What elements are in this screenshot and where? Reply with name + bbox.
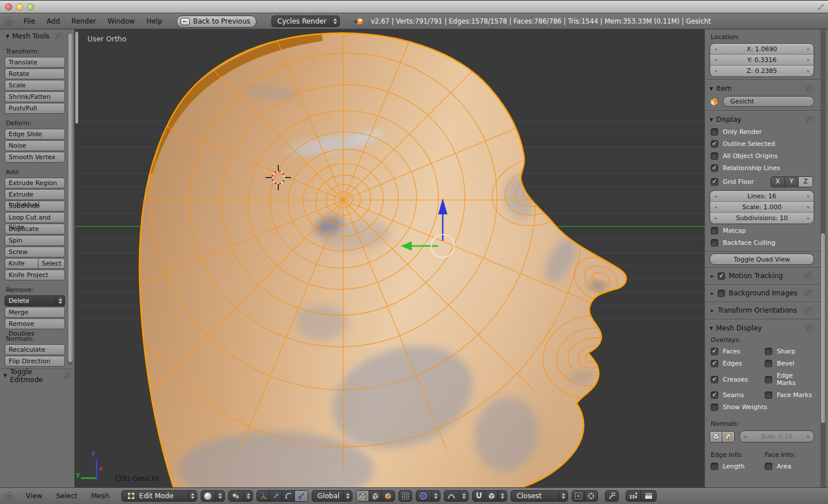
creases-checkbox[interactable]: ✓ Creases <box>708 370 761 389</box>
menu-help[interactable]: Help <box>141 17 167 25</box>
grid-scale-field[interactable]: Scale: 1.000 <box>710 202 814 213</box>
panel-grip-icon[interactable] <box>804 272 813 280</box>
zoom-icon[interactable] <box>27 3 34 10</box>
backface-culling-checkbox[interactable]: Backface Culling <box>708 237 815 249</box>
relationship-lines-checkbox[interactable]: ✓ Relationship Lines <box>708 162 815 174</box>
face-select-icon[interactable] <box>382 490 394 502</box>
area-checkbox[interactable]: Area <box>762 460 815 472</box>
matcap-checkbox[interactable]: Matcap <box>708 225 815 237</box>
edge-select-icon[interactable] <box>369 490 382 502</box>
panel-grip-icon[interactable] <box>64 372 71 379</box>
back-to-previous-button[interactable]: ← Back to Previous <box>177 16 257 28</box>
menu-render[interactable]: Render <box>66 17 101 25</box>
stepper-icon[interactable] <box>244 491 252 501</box>
rotate-manipulator-icon[interactable] <box>282 490 295 502</box>
all-object-origins-checkbox[interactable]: All Object Origins <box>708 150 815 162</box>
tool-shelf-scrollbar[interactable] <box>68 33 72 365</box>
panel-grip-icon[interactable] <box>804 307 813 314</box>
viewport-shading-select[interactable] <box>201 490 225 502</box>
face-marks-checkbox[interactable]: Face Marks <box>762 389 815 401</box>
grid-axis-y-toggle[interactable]: Y <box>785 177 799 187</box>
stepper-icon[interactable] <box>331 16 339 26</box>
head-mesh[interactable] <box>75 29 704 487</box>
location-z-field[interactable]: Z: 0.2385 <box>710 66 814 76</box>
shrink-fatten-button[interactable]: Shrink/Fatten <box>5 91 65 102</box>
outline-selected-checkbox[interactable]: ✓ Outline Selected <box>708 138 815 150</box>
extrude-region-button[interactable]: Extrude Region <box>5 178 65 188</box>
panel-grip-icon[interactable] <box>55 33 64 40</box>
scale-manipulator-icon[interactable] <box>295 490 308 502</box>
manipulator-axes-icon[interactable] <box>257 490 270 502</box>
menu-window[interactable]: Window <box>102 17 140 25</box>
knife-project-button[interactable]: Knife Project <box>5 270 65 280</box>
loop-cut-button[interactable]: Loop Cut and Slide <box>5 212 65 223</box>
delete-dropdown[interactable]: Delete <box>5 295 65 306</box>
vertex-select-icon[interactable] <box>356 490 369 502</box>
screw-button[interactable]: Screw <box>5 247 65 257</box>
subdivide-button[interactable]: Subdivide <box>5 201 65 211</box>
menu-add[interactable]: Add <box>41 17 65 25</box>
flip-direction-button[interactable]: Flip Direction <box>5 356 65 367</box>
stepper-icon[interactable] <box>498 491 507 501</box>
grid-axis-z-toggle[interactable]: Z <box>799 177 812 187</box>
normals-size-field[interactable]: Size: 0.10 <box>740 431 814 442</box>
toggle-quad-view-button[interactable]: Toggle Quad View <box>710 253 814 265</box>
translate-manipulator-icon[interactable] <box>270 490 282 502</box>
extrude-individual-button[interactable]: Extrude Individual <box>5 189 65 200</box>
snap-target-select[interactable]: Closest <box>511 490 568 502</box>
collapse-menu-icon[interactable]: ⊖ <box>5 17 13 25</box>
viewport-scene[interactable] <box>75 29 704 487</box>
knife-select-button[interactable]: Select <box>39 258 65 269</box>
panel-grip-icon[interactable] <box>806 325 814 332</box>
display-panel-header[interactable]: ▼ Display <box>708 113 815 126</box>
properties-scrollbar[interactable] <box>821 29 826 487</box>
scale-button[interactable]: Scale <box>5 80 65 91</box>
snap-element-icon[interactable] <box>485 490 498 502</box>
snap-magnet-icon[interactable] <box>473 490 485 502</box>
viewport-scrollbar[interactable] <box>75 32 78 124</box>
3d-viewport[interactable]: User Ortho (39) Gesicht z y x <box>75 29 704 487</box>
proportional-edit-select[interactable] <box>416 490 440 502</box>
edges-checkbox[interactable]: ✓ Edges <box>708 357 761 370</box>
push-pull-button[interactable]: Push/Pull <box>5 103 65 114</box>
noise-button[interactable]: Noise <box>5 140 65 151</box>
apply-transform-button[interactable] <box>605 490 619 502</box>
menu-mesh[interactable]: Mesh <box>86 492 115 500</box>
location-y-field[interactable]: Y: 0.3316 <box>710 55 814 66</box>
minimize-icon[interactable] <box>16 3 23 10</box>
mesh-tools-panel-header[interactable]: ▼ Mesh Tools <box>5 29 65 43</box>
translate-button[interactable]: Translate <box>5 57 65 68</box>
background-images-panel-header[interactable]: ► Background Images <box>708 287 815 299</box>
panel-grip-icon[interactable] <box>806 116 814 124</box>
show-weights-checkbox[interactable]: Show Weights <box>708 401 815 413</box>
transform-orientation-select[interactable]: Global <box>312 490 352 502</box>
knife-button[interactable]: Knife <box>5 258 39 269</box>
merge-button[interactable]: Merge <box>5 307 65 318</box>
collapse-menu-icon[interactable]: ⊖ <box>5 492 13 500</box>
motion-tracking-panel-header[interactable]: ► ✓ Motion Tracking <box>708 270 815 282</box>
snap-peel-icon[interactable] <box>585 490 597 502</box>
face-normals-icon[interactable] <box>722 432 734 442</box>
close-icon[interactable] <box>5 3 12 10</box>
window-titlebar[interactable]: ⤢ <box>0 1 828 13</box>
only-render-checkbox[interactable]: Only Render <box>708 126 815 138</box>
duplicate-button[interactable]: Duplicate <box>5 224 65 234</box>
seams-checkbox[interactable]: ✓ Seams <box>708 389 761 401</box>
stepper-icon[interactable] <box>459 491 468 501</box>
bevel-checkbox[interactable]: Bevel <box>762 357 815 370</box>
grid-floor-checkbox[interactable]: ✓ Grid Floor X Y Z <box>708 174 815 190</box>
render-still-camera-icon[interactable] <box>626 490 641 502</box>
stepper-icon[interactable] <box>56 296 64 306</box>
stepper-icon[interactable] <box>188 491 197 501</box>
stepper-icon[interactable] <box>431 491 440 501</box>
edge-slide-button[interactable]: Edge Slide <box>5 129 65 140</box>
mesh-display-panel-header[interactable]: ▼ Mesh Display <box>708 321 815 334</box>
stepper-icon[interactable] <box>216 491 224 501</box>
faces-checkbox[interactable]: ✓ Faces <box>708 345 761 357</box>
grid-axis-x-toggle[interactable]: X <box>771 177 785 187</box>
menu-select[interactable]: Select <box>51 492 82 500</box>
vertex-normals-icon[interactable] <box>710 432 722 442</box>
recalculate-button[interactable]: Recalculate <box>5 344 65 355</box>
falloff-select[interactable] <box>444 490 469 502</box>
menu-view[interactable]: View <box>21 492 47 500</box>
